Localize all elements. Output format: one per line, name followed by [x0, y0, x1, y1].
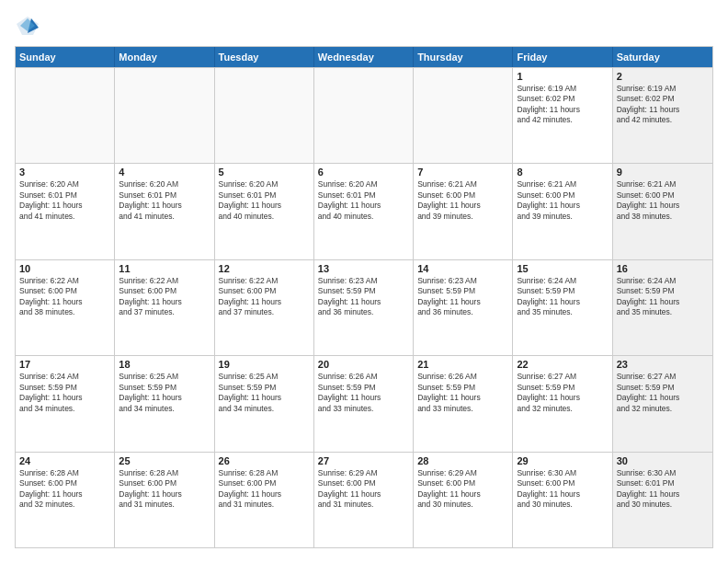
- weekday-header-monday: Monday: [115, 47, 214, 67]
- calendar: SundayMondayTuesdayWednesdayThursdayFrid…: [15, 46, 713, 548]
- calendar-cell-2-5: 15Sunrise: 6:24 AM Sunset: 5:59 PM Dayli…: [513, 260, 612, 355]
- day-info: Sunrise: 6:24 AM Sunset: 5:59 PM Dayligh…: [617, 276, 709, 318]
- day-number: 1: [517, 71, 608, 82]
- day-number: 12: [219, 263, 310, 274]
- day-info: Sunrise: 6:21 AM Sunset: 6:00 PM Dayligh…: [417, 179, 508, 222]
- day-number: 17: [19, 359, 110, 370]
- calendar-cell-4-2: 26Sunrise: 6:28 AM Sunset: 6:00 PM Dayli…: [215, 453, 314, 547]
- calendar-cell-2-0: 10Sunrise: 6:22 AM Sunset: 6:00 PM Dayli…: [16, 260, 115, 355]
- day-info: Sunrise: 6:27 AM Sunset: 5:59 PM Dayligh…: [517, 372, 608, 414]
- logo-icon: [15, 15, 40, 37]
- calendar-cell-1-2: 5Sunrise: 6:20 AM Sunset: 6:01 PM Daylig…: [215, 164, 314, 259]
- weekday-header-thursday: Thursday: [414, 47, 513, 67]
- day-info: Sunrise: 6:30 AM Sunset: 6:00 PM Dayligh…: [517, 468, 608, 511]
- day-number: 24: [19, 455, 110, 466]
- calendar-cell-1-5: 8Sunrise: 6:21 AM Sunset: 6:00 PM Daylig…: [513, 164, 612, 259]
- day-number: 5: [219, 167, 310, 178]
- calendar-cell-4-3: 27Sunrise: 6:29 AM Sunset: 6:00 PM Dayli…: [314, 453, 414, 547]
- day-number: 25: [119, 455, 210, 466]
- day-number: 21: [417, 359, 508, 370]
- day-number: 30: [617, 455, 709, 466]
- calendar-cell-1-4: 7Sunrise: 6:21 AM Sunset: 6:00 PM Daylig…: [414, 164, 513, 259]
- day-number: 2: [617, 71, 709, 82]
- weekday-header-saturday: Saturday: [613, 47, 712, 67]
- calendar-cell-1-1: 4Sunrise: 6:20 AM Sunset: 6:01 PM Daylig…: [115, 164, 214, 259]
- day-number: 28: [417, 455, 508, 466]
- day-number: 7: [417, 167, 508, 178]
- header: [15, 15, 713, 37]
- calendar-cell-0-3: [314, 68, 414, 163]
- day-number: 29: [517, 455, 608, 466]
- day-info: Sunrise: 6:28 AM Sunset: 6:00 PM Dayligh…: [119, 468, 210, 511]
- calendar-cell-3-3: 20Sunrise: 6:26 AM Sunset: 5:59 PM Dayli…: [314, 356, 414, 451]
- day-info: Sunrise: 6:26 AM Sunset: 5:59 PM Dayligh…: [417, 372, 508, 414]
- page: SundayMondayTuesdayWednesdayThursdayFrid…: [0, 0, 728, 563]
- day-info: Sunrise: 6:21 AM Sunset: 6:00 PM Dayligh…: [517, 179, 608, 222]
- day-info: Sunrise: 6:28 AM Sunset: 6:00 PM Dayligh…: [19, 468, 110, 511]
- day-number: 6: [318, 167, 409, 178]
- day-info: Sunrise: 6:24 AM Sunset: 5:59 PM Dayligh…: [19, 372, 110, 414]
- calendar-cell-0-5: 1Sunrise: 6:19 AM Sunset: 6:02 PM Daylig…: [513, 68, 612, 163]
- calendar-cell-1-0: 3Sunrise: 6:20 AM Sunset: 6:01 PM Daylig…: [16, 164, 115, 259]
- calendar-row-0: 1Sunrise: 6:19 AM Sunset: 6:02 PM Daylig…: [16, 67, 712, 163]
- weekday-header-tuesday: Tuesday: [215, 47, 314, 67]
- calendar-row-4: 24Sunrise: 6:28 AM Sunset: 6:00 PM Dayli…: [16, 452, 712, 547]
- calendar-cell-0-4: [414, 68, 513, 163]
- day-info: Sunrise: 6:22 AM Sunset: 6:00 PM Dayligh…: [219, 276, 310, 318]
- day-number: 8: [517, 167, 608, 178]
- calendar-cell-4-1: 25Sunrise: 6:28 AM Sunset: 6:00 PM Dayli…: [115, 453, 214, 547]
- day-number: 3: [19, 167, 110, 178]
- day-number: 23: [617, 359, 709, 370]
- calendar-cell-1-6: 9Sunrise: 6:21 AM Sunset: 6:00 PM Daylig…: [613, 164, 712, 259]
- day-number: 14: [417, 263, 508, 274]
- day-number: 11: [119, 263, 210, 274]
- calendar-cell-0-1: [115, 68, 214, 163]
- calendar-cell-4-4: 28Sunrise: 6:29 AM Sunset: 6:00 PM Dayli…: [414, 453, 513, 547]
- day-number: 16: [617, 263, 709, 274]
- day-number: 19: [219, 359, 310, 370]
- calendar-cell-3-5: 22Sunrise: 6:27 AM Sunset: 5:59 PM Dayli…: [513, 356, 612, 451]
- day-info: Sunrise: 6:20 AM Sunset: 6:01 PM Dayligh…: [318, 179, 409, 222]
- day-number: 18: [119, 359, 210, 370]
- calendar-cell-2-2: 12Sunrise: 6:22 AM Sunset: 6:00 PM Dayli…: [215, 260, 314, 355]
- calendar-row-3: 17Sunrise: 6:24 AM Sunset: 5:59 PM Dayli…: [16, 355, 712, 451]
- calendar-cell-3-6: 23Sunrise: 6:27 AM Sunset: 5:59 PM Dayli…: [613, 356, 712, 451]
- calendar-cell-2-1: 11Sunrise: 6:22 AM Sunset: 6:00 PM Dayli…: [115, 260, 214, 355]
- day-info: Sunrise: 6:25 AM Sunset: 5:59 PM Dayligh…: [219, 372, 310, 414]
- day-info: Sunrise: 6:29 AM Sunset: 6:00 PM Dayligh…: [417, 468, 508, 511]
- calendar-cell-0-0: [16, 68, 115, 163]
- calendar-cell-0-2: [215, 68, 314, 163]
- calendar-cell-1-3: 6Sunrise: 6:20 AM Sunset: 6:01 PM Daylig…: [314, 164, 414, 259]
- day-info: Sunrise: 6:19 AM Sunset: 6:02 PM Dayligh…: [617, 84, 709, 126]
- calendar-body: 1Sunrise: 6:19 AM Sunset: 6:02 PM Daylig…: [16, 67, 712, 547]
- day-info: Sunrise: 6:21 AM Sunset: 6:00 PM Dayligh…: [617, 179, 709, 222]
- weekday-header-sunday: Sunday: [16, 47, 115, 67]
- day-number: 22: [517, 359, 608, 370]
- weekday-header-friday: Friday: [513, 47, 612, 67]
- day-info: Sunrise: 6:25 AM Sunset: 5:59 PM Dayligh…: [119, 372, 210, 414]
- calendar-cell-2-6: 16Sunrise: 6:24 AM Sunset: 5:59 PM Dayli…: [613, 260, 712, 355]
- day-info: Sunrise: 6:26 AM Sunset: 5:59 PM Dayligh…: [318, 372, 409, 414]
- day-info: Sunrise: 6:27 AM Sunset: 5:59 PM Dayligh…: [617, 372, 709, 414]
- day-info: Sunrise: 6:22 AM Sunset: 6:00 PM Dayligh…: [119, 276, 210, 318]
- logo: [15, 15, 42, 37]
- day-info: Sunrise: 6:20 AM Sunset: 6:01 PM Dayligh…: [19, 179, 110, 222]
- calendar-cell-3-4: 21Sunrise: 6:26 AM Sunset: 5:59 PM Dayli…: [414, 356, 513, 451]
- day-number: 20: [318, 359, 409, 370]
- day-info: Sunrise: 6:23 AM Sunset: 5:59 PM Dayligh…: [417, 276, 508, 318]
- calendar-header: SundayMondayTuesdayWednesdayThursdayFrid…: [16, 47, 712, 67]
- day-info: Sunrise: 6:20 AM Sunset: 6:01 PM Dayligh…: [219, 179, 310, 222]
- day-number: 13: [318, 263, 409, 274]
- day-number: 15: [517, 263, 608, 274]
- weekday-header-wednesday: Wednesday: [314, 47, 414, 67]
- day-info: Sunrise: 6:29 AM Sunset: 6:00 PM Dayligh…: [318, 468, 409, 511]
- calendar-cell-4-0: 24Sunrise: 6:28 AM Sunset: 6:00 PM Dayli…: [16, 453, 115, 547]
- calendar-cell-4-5: 29Sunrise: 6:30 AM Sunset: 6:00 PM Dayli…: [513, 453, 612, 547]
- day-number: 26: [219, 455, 310, 466]
- calendar-cell-3-0: 17Sunrise: 6:24 AM Sunset: 5:59 PM Dayli…: [16, 356, 115, 451]
- day-info: Sunrise: 6:22 AM Sunset: 6:00 PM Dayligh…: [19, 276, 110, 318]
- calendar-cell-0-6: 2Sunrise: 6:19 AM Sunset: 6:02 PM Daylig…: [613, 68, 712, 163]
- calendar-cell-2-3: 13Sunrise: 6:23 AM Sunset: 5:59 PM Dayli…: [314, 260, 414, 355]
- day-info: Sunrise: 6:24 AM Sunset: 5:59 PM Dayligh…: [517, 276, 608, 318]
- day-number: 10: [19, 263, 110, 274]
